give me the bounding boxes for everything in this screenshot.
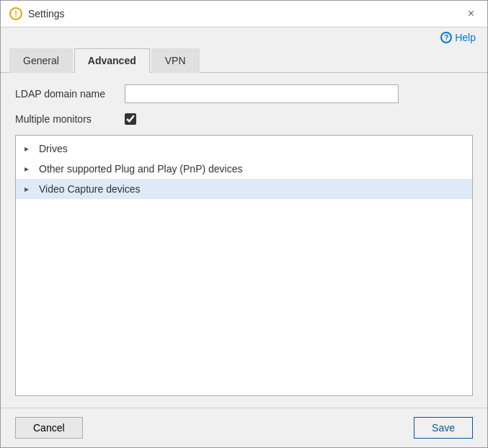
- tab-content: LDAP domain name Multiple monitors ▸ Dri…: [1, 73, 487, 408]
- tree-item-pnp-label: Other supported Plug and Play (PnP) devi…: [39, 163, 243, 175]
- settings-dialog: ! Settings × ? Help General Advanced VPN…: [0, 0, 488, 448]
- tree-arrow-video: ▸: [25, 184, 33, 194]
- help-bar: ? Help: [1, 27, 487, 48]
- title-bar-left: ! Settings: [9, 7, 65, 20]
- monitors-label: Multiple monitors: [15, 113, 116, 125]
- tree-item-video[interactable]: ▸ Video Capture devices: [16, 179, 472, 199]
- help-icon: ?: [440, 32, 452, 43]
- devices-tree[interactable]: ▸ Drives ▸ Other supported Plug and Play…: [15, 135, 473, 396]
- cancel-button[interactable]: Cancel: [15, 417, 83, 439]
- close-button[interactable]: ×: [463, 6, 479, 21]
- tree-arrow-drives: ▸: [25, 144, 33, 154]
- monitors-checkbox[interactable]: [125, 113, 136, 125]
- tree-item-drives-label: Drives: [39, 143, 68, 154]
- help-label: Help: [455, 32, 476, 43]
- ldap-row: LDAP domain name: [15, 84, 473, 103]
- tab-vpn[interactable]: VPN: [151, 48, 200, 73]
- tab-general[interactable]: General: [9, 48, 73, 73]
- monitors-row: Multiple monitors: [15, 113, 473, 125]
- tree-arrow-pnp: ▸: [25, 164, 33, 174]
- ldap-input[interactable]: [125, 84, 399, 103]
- dialog-title: Settings: [28, 8, 65, 19]
- ldap-label: LDAP domain name: [15, 88, 116, 100]
- app-icon: !: [9, 7, 22, 20]
- tree-item-drives[interactable]: ▸ Drives: [16, 139, 472, 159]
- tree-item-video-label: Video Capture devices: [39, 183, 141, 195]
- dialog-footer: Cancel Save: [1, 408, 487, 447]
- monitors-checkbox-wrapper: [125, 113, 136, 125]
- tab-advanced[interactable]: Advanced: [74, 48, 150, 73]
- tree-item-pnp[interactable]: ▸ Other supported Plug and Play (PnP) de…: [16, 159, 472, 179]
- save-button[interactable]: Save: [414, 417, 473, 439]
- help-link[interactable]: ? Help: [440, 32, 476, 43]
- title-bar: ! Settings ×: [1, 1, 487, 27]
- tab-bar: General Advanced VPN: [1, 48, 487, 73]
